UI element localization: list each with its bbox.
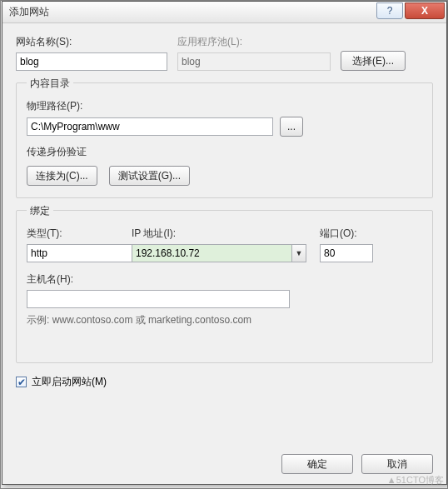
dialog-add-website: 添加网站 ? X 网站名称(S): 应用程序池(L): 选择(E)...	[2, 1, 447, 485]
dialog-footer: 确定 取消	[281, 454, 433, 474]
app-pool-label: 应用程序池(L):	[177, 35, 331, 49]
help-icon: ?	[387, 5, 393, 17]
start-now-row[interactable]: ✔ 立即启动网站(M)	[16, 375, 433, 389]
check-icon: ✔	[17, 377, 26, 387]
site-name-label: 网站名称(S):	[16, 35, 167, 49]
type-select[interactable]: ▼	[27, 244, 118, 262]
ip-input[interactable]	[132, 244, 291, 262]
port-label: 端口(O):	[320, 227, 373, 241]
dialog-body: 网站名称(S): 应用程序池(L): 选择(E)... 内容目录 物理路径(P)…	[2, 23, 446, 399]
ok-button[interactable]: 确定	[281, 454, 353, 474]
app-pool-input	[177, 52, 331, 71]
binding-group: 绑定 类型(T): ▼ IP 地址(I): ▼	[16, 210, 433, 363]
physical-path-label: 物理路径(P):	[27, 99, 422, 113]
select-app-pool-button[interactable]: 选择(E)...	[341, 51, 406, 71]
close-icon: X	[421, 5, 428, 17]
help-button[interactable]: ?	[376, 2, 403, 19]
connect-as-button[interactable]: 连接为(C)...	[27, 166, 97, 186]
ip-label: IP 地址(I):	[132, 227, 306, 241]
type-label: 类型(T):	[27, 227, 118, 241]
chevron-down-icon[interactable]: ▼	[291, 244, 306, 262]
ip-select[interactable]: ▼	[132, 244, 306, 262]
browse-path-button[interactable]: ...	[280, 117, 303, 137]
content-dir-group: 内容目录 物理路径(P): ... 传递身份验证 连接为(C)... 测试设置(…	[16, 82, 433, 198]
site-name-input[interactable]	[16, 52, 167, 71]
close-button[interactable]: X	[405, 2, 445, 19]
physical-path-input[interactable]	[27, 117, 273, 136]
dialog-title: 添加网站	[9, 5, 376, 19]
host-hint: 示例: www.contoso.com 或 marketing.contoso.…	[27, 313, 422, 327]
titlebar: 添加网站 ? X	[2, 2, 446, 23]
auth-label: 传递身份验证	[27, 145, 422, 159]
start-now-label: 立即启动网站(M)	[32, 375, 107, 389]
host-label: 主机名(H):	[27, 272, 290, 287]
content-dir-legend: 内容目录	[27, 77, 73, 91]
cancel-button[interactable]: 取消	[361, 454, 433, 474]
binding-legend: 绑定	[27, 204, 53, 218]
host-input[interactable]	[27, 290, 290, 308]
start-now-checkbox[interactable]: ✔	[16, 377, 27, 387]
port-input[interactable]	[320, 244, 373, 262]
test-settings-button[interactable]: 测试设置(G)...	[109, 166, 190, 186]
watermark-text: ▲51CTO博客	[387, 474, 444, 487]
